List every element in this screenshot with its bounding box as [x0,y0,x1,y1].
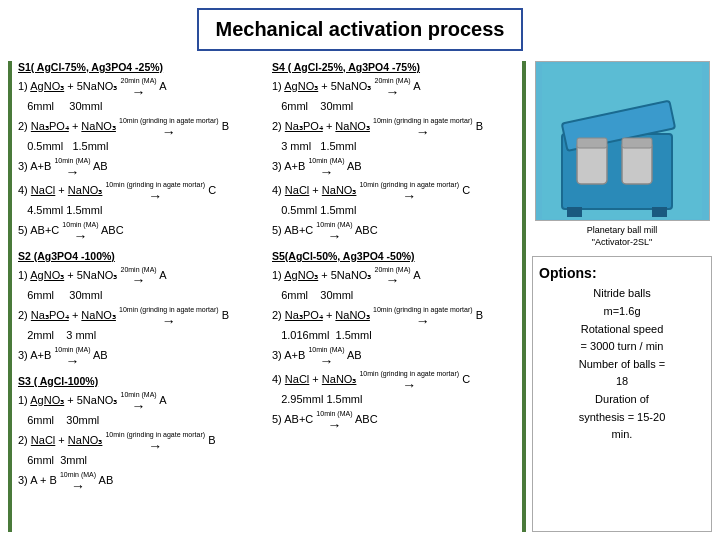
s4-r5: 5) AB+C 10min (MA) → ABC [272,220,518,242]
rotational-speed-label: Rotational speed [581,323,664,335]
s2-title: S2 (Ag3PO4 -100%) [18,250,264,262]
s2-r1: 1) AgNO₃ + 5NaNO₃ 20min (MA) → A 6mml 30… [18,265,264,303]
column-2: S4 ( AgCl-25%, Ag3PO4 -75%) 1) AgNO₃ + 5… [272,61,518,532]
s4-title: S4 ( AgCl-25%, Ag3PO4 -75%) [272,61,518,73]
s4-r1: 1) AgNO₃ + 5NaNO₃ 20min (MA) → A 6mml 30… [272,76,518,114]
options-title: Options: [539,265,705,281]
step-label: 1) [18,80,30,92]
s1-r4: 4) NaCl + NaNO₃ 10min (grinding in agate… [18,180,264,218]
left-panel: S1( AgCl-75%, Ag3PO4 -25%) 1) AgNO₃ + 5N… [8,61,518,532]
s1-r1: 1) AgNO₃ + 5NaNO₃ 20min (MA) → A 6mml 30… [18,76,264,114]
s1-r2: 2) Na₃PO₄ + NaNO₃ 10min (grinding in aga… [18,116,264,154]
duration-label: Duration of [595,393,649,405]
s3-r2: 2) NaCl + NaNO₃ 10min (grinding in agate… [18,430,264,468]
title-box: Mechanical activation process [197,8,522,51]
right-panel: Planetary ball mill "Activator-2SL" Opti… [522,61,712,532]
mill-svg [542,64,702,219]
s5-r4: 4) NaCl + NaNO₃ 10min (grinding in agate… [272,369,518,407]
image-caption: Planetary ball mill "Activator-2SL" [587,225,658,248]
s5-r3: 3) A+B 10min (MA) → AB [272,345,518,367]
s5-r1: 1) AgNO₃ + 5NaNO₃ 20min (MA) → A 6mml 30… [272,265,518,303]
s3-r3: 3) A + B 10min (MA) → AB [18,470,264,492]
svg-rect-8 [652,207,667,217]
mass-label: m=1.6g [604,305,641,317]
s4-r2: 2) Na₃PO₄ + NaNO₃ 10min (grinding in aga… [272,116,518,154]
s4-r3: 3) A+B 10min (MA) → AB [272,156,518,178]
s1-r5: 5) AB+C 10min (MA) → ABC [18,220,264,242]
mill-image [535,61,710,221]
s4-r4: 4) NaCl + NaNO₃ 10min (grinding in agate… [272,180,518,218]
left-columns: S1( AgCl-75%, Ag3PO4 -25%) 1) AgNO₃ + 5N… [18,61,518,532]
s5-r5: 5) AB+C 10min (MA) → ABC [272,409,518,431]
num-balls-label: Number of balls = [579,358,666,370]
s3-title: S3 ( AgCl-100%) [18,375,264,387]
s2-r2: 2) Na₃PO₄ + NaNO₃ 10min (grinding in aga… [18,305,264,343]
s1-title: S1( AgCl-75%, Ag3PO4 -25%) [18,61,264,73]
s4-section: S4 ( AgCl-25%, Ag3PO4 -75%) 1) AgNO₃ + 5… [272,61,518,242]
svg-rect-6 [622,138,652,148]
page-title: Mechanical activation process [215,18,504,40]
s1-r3: 3) A+B 10min (MA) → AB [18,156,264,178]
s2-section: S2 (Ag3PO4 -100%) 1) AgNO₃ + 5NaNO₃ 20mi… [18,250,264,367]
main-container: Mechanical activation process S1( AgCl-7… [0,0,720,540]
num-value-label: 18 [616,375,628,387]
s3-section: S3 ( AgCl-100%) 1) AgNO₃ + 5NaNO₃ 10min … [18,375,264,492]
s1-section: S1( AgCl-75%, Ag3PO4 -25%) 1) AgNO₃ + 5N… [18,61,264,242]
options-box: Options: Nitride balls m=1.6g Rotational… [532,256,712,532]
svg-rect-7 [567,207,582,217]
content-row: S1( AgCl-75%, Ag3PO4 -25%) 1) AgNO₃ + 5N… [8,61,712,532]
image-section: Planetary ball mill "Activator-2SL" [532,61,712,248]
s2-r3: 3) A+B 10min (MA) → AB [18,345,264,367]
s5-r2: 2) Na₃PO₄ + NaNO₃ 10min (grinding in aga… [272,305,518,343]
options-text: Nitride balls m=1.6g Rotational speed = … [539,285,705,443]
min-label: min. [612,428,633,440]
column-1: S1( AgCl-75%, Ag3PO4 -25%) 1) AgNO₃ + 5N… [18,61,264,532]
s5-title: S5(AgCl-50%, Ag3PO4 -50%) [272,250,518,262]
svg-rect-4 [577,138,607,148]
s5-section: S5(AgCl-50%, Ag3PO4 -50%) 1) AgNO₃ + 5Na… [272,250,518,431]
nitride-label: Nitride balls [593,287,650,299]
synthesis-label: synthesis = 15-20 [579,411,666,423]
speed-value-label: = 3000 turn / min [581,340,664,352]
s3-r1: 1) AgNO₃ + 5NaNO₃ 10min (MA) → A 6mml 30… [18,390,264,428]
